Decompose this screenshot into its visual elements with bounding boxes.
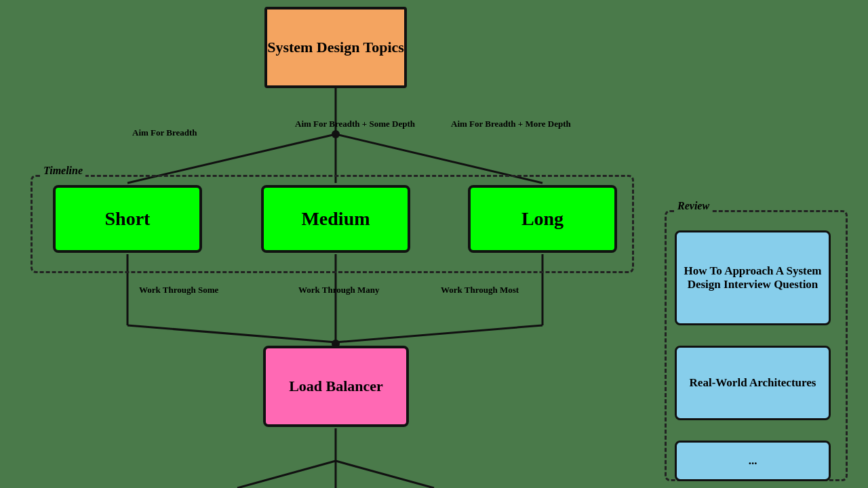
review-card-3-label: ... xyxy=(749,454,757,468)
review-card-1[interactable]: How To Approach A System Design Intervie… xyxy=(675,230,831,325)
review-label: Review xyxy=(675,200,712,212)
svg-line-14 xyxy=(237,461,336,488)
review-card-1-label: How To Approach A System Design Intervie… xyxy=(684,264,822,291)
svg-line-8 xyxy=(127,325,336,342)
review-card-2-label: Real-World Architectures xyxy=(690,376,816,390)
ann-breadth-depth: Aim For Breadth + Some Depth xyxy=(295,119,415,130)
node-load-balancer[interactable]: Load Balancer xyxy=(263,346,409,427)
svg-point-1 xyxy=(332,130,340,138)
timeline-label: Timeline xyxy=(41,165,85,177)
long-label: Long xyxy=(521,208,564,230)
node-medium[interactable]: Medium xyxy=(261,185,410,253)
ann-work-many: Work Through Many xyxy=(298,285,379,296)
diagram-area: System Design Topics Timeline Short Medi… xyxy=(0,0,651,488)
node-short[interactable]: Short xyxy=(53,185,202,253)
svg-line-16 xyxy=(336,461,434,488)
ann-work-most: Work Through Most xyxy=(441,285,519,296)
lb-label: Load Balancer xyxy=(289,378,383,395)
short-label: Short xyxy=(105,208,151,230)
node-long[interactable]: Long xyxy=(468,185,617,253)
ann-work-some: Work Through Some xyxy=(139,285,218,296)
root-node: System Design Topics xyxy=(264,7,407,88)
svg-line-10 xyxy=(336,325,542,342)
root-label: System Design Topics xyxy=(267,39,404,56)
review-card-3[interactable]: ... xyxy=(675,441,831,481)
review-card-2[interactable]: Real-World Architectures xyxy=(675,346,831,420)
ann-breadth: Aim For Breadth xyxy=(132,127,197,139)
ann-breadth-more: Aim For Breadth + More Depth xyxy=(451,119,571,130)
medium-label: Medium xyxy=(301,208,370,230)
